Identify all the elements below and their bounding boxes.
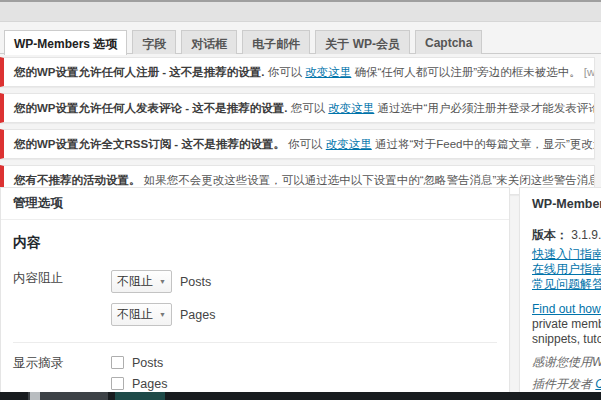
why-is-this-link[interactable]: [why is this?] [584,66,595,78]
notice-bold-text: 您的WP设置允许全文RSS订阅 - 这不是推荐的设置。 [14,138,285,150]
excerpt-pages-row: Pages [111,373,167,394]
change-here-link[interactable]: 改变这里 [305,66,351,78]
notice-text: 通过将“对于Feed中的每篇文章，显示”更改为“摘要。 ” [372,138,595,150]
content-section-heading: 内容 [13,234,497,252]
select-caption: Posts [180,275,211,289]
version-value: 3.1.9.3 [571,228,601,242]
content-block-row: 内容阻止 不阻止 ▼ Posts 不阻止 ▼ Pages [13,258,497,343]
notice-bold-text: 您有不推荐的活动设置。 [14,174,141,186]
faq-link[interactable]: 常见问题解答 [532,277,601,292]
notice-text: 如果您不会更改这些设置，可以通过选中以下设置中的“忽略警告消息”来关闭这些警告消… [141,174,596,186]
taskbar-app-button[interactable] [115,392,165,400]
field-group: 不阻止 ▼ Posts 不阻止 ▼ Pages [111,267,215,333]
excerpt-pages-checkbox[interactable] [111,377,124,390]
tab-about-wp-members[interactable]: 关于 WP-会员 [315,30,410,54]
sidebar-title: WP-Members Infor [532,197,601,211]
browser-chrome-strip [0,0,601,22]
promo-text: Find out how to get a private members fo… [532,302,601,347]
field-group: Posts Pages [111,352,167,394]
notice-text: 你可以 [264,66,305,78]
manage-options-panel: 管理选项 内容 内容阻止 不阻止 ▼ Posts 不阻止 ▼ Page [0,187,510,400]
developer-link[interactable]: Chad But [595,377,601,391]
notice-text: 确保“任何人都可以注册”旁边的框未被选中。 [351,66,580,78]
field-label: 内容阻止 [13,267,111,333]
change-here-link[interactable]: 改变这里 [328,102,374,114]
select-caption: Pages [180,308,215,322]
notice-text: 您可以 [287,102,328,114]
sidebar-links: 快速入门指南 在线用户指南 常见问题解答 [532,247,601,292]
online-user-guide-link[interactable]: 在线用户指南 [532,262,601,277]
version-label: 版本： [532,228,568,242]
quick-start-guide-link[interactable]: 快速入门指南 [532,247,601,262]
notice-bold-text: 您的WP设置允许任何人注册 - 这不是推荐的设置. [14,66,264,78]
version-row: 版本： 3.1.9.3 [532,227,601,244]
change-here-link[interactable]: 改变这里 [326,138,372,150]
checkbox-label: Posts [132,356,163,370]
block-posts-row: 不阻止 ▼ Posts [111,270,215,293]
warning-notice-rss: 您的WP设置允许全文RSS订阅 - 这不是推荐的设置。 你可以 改变这里 通过将… [0,129,595,159]
chevron-down-icon: ▼ [159,278,166,285]
tab-list: WP-Members 选项 字段 对话框 电子邮件 关于 WP-会员 Captc… [4,30,482,55]
find-out-how-link[interactable]: Find out how to get a [532,302,601,316]
settings-tab-bar: WP-Members 选项 字段 对话框 电子邮件 关于 WP-会员 Captc… [0,30,601,54]
select-value: 不阻止 [117,306,153,323]
tab-wp-members-options[interactable]: WP-Members 选项 [4,30,127,55]
promo-line: snippets, tutorials, an [532,332,601,346]
field-label: 显示摘录 [13,352,111,394]
tab-captcha[interactable]: Captcha [415,30,482,54]
notice-text: 你可以 [285,138,326,150]
thanks-text: 感谢您使用WP-Mem [532,355,601,370]
warning-notice-comments: 您的WP设置允许任何人发表评论 - 这不是推荐的设置. 您可以 改变这里 通过选… [0,93,595,123]
promo-line: private members foru [532,317,601,331]
tab-dialogs[interactable]: 对话框 [181,30,237,54]
checkbox-label: Pages [132,377,167,391]
block-pages-select[interactable]: 不阻止 ▼ [111,303,172,326]
excerpt-posts-row: Posts [111,352,167,373]
tab-emails[interactable]: 电子邮件 [242,30,310,54]
select-value: 不阻止 [117,273,153,290]
notice-bold-text: 您的WP设置允许任何人发表评论 - 这不是推荐的设置. [14,102,287,114]
developer-label: 插件开发者 [532,377,595,391]
chevron-down-icon: ▼ [159,311,166,318]
warning-notice-registration: 您的WP设置允许任何人注册 - 这不是推荐的设置. 你可以 改变这里 确保“任何… [0,57,595,87]
block-pages-row: 不阻止 ▼ Pages [111,303,215,326]
panel-title: 管理选项 [1,188,509,220]
taskbar-app-button[interactable] [28,392,108,400]
notice-text: 通过选中“用户必须注册并登录才能发表评论”旁边的复选框. [374,102,595,114]
tab-fields[interactable]: 字段 [132,30,176,54]
wp-members-info-panel: WP-Members Infor 版本： 3.1.9.3 快速入门指南 在线用户… [519,187,601,400]
panel-body: 内容 内容阻止 不阻止 ▼ Posts 不阻止 ▼ Pages [1,234,509,400]
excerpt-posts-checkbox[interactable] [111,356,124,369]
os-taskbar[interactable] [0,392,601,400]
block-posts-select[interactable]: 不阻止 ▼ [111,270,172,293]
taskbar-app-button[interactable] [30,392,40,400]
admin-notices: 您的WP设置允许任何人注册 - 这不是推荐的设置. 你可以 改变这里 确保“任何… [0,57,595,201]
